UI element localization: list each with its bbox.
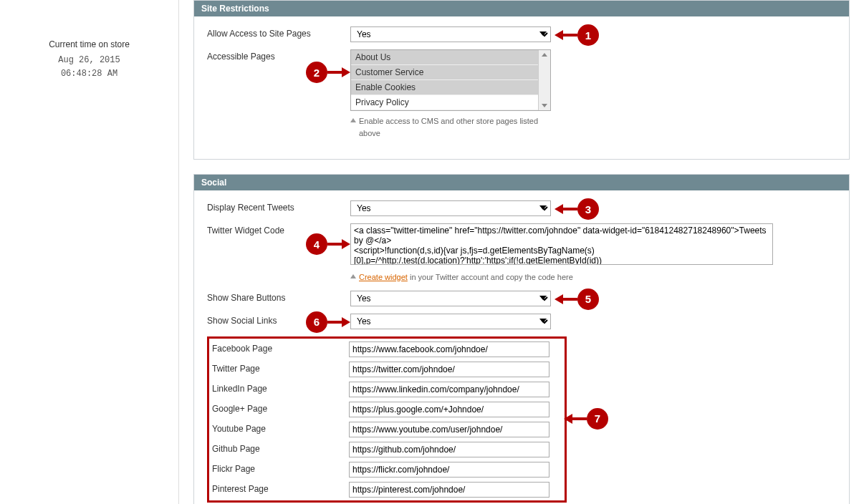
panel-social: Social Display Recent Tweets Yes 3 bbox=[193, 174, 850, 504]
label-twitter-code: Twitter Widget Code bbox=[207, 223, 350, 236]
input-flickr-page[interactable] bbox=[349, 462, 549, 478]
input-pinterest-page[interactable] bbox=[349, 482, 549, 498]
select-share-buttons[interactable]: Yes bbox=[350, 291, 551, 306]
label-share-buttons: Show Share Buttons bbox=[207, 291, 350, 303]
label-googleplus-page: Google+ Page bbox=[212, 402, 349, 414]
input-twitter-page[interactable] bbox=[349, 362, 549, 377]
label-allow-access: Allow Access to Site Pages bbox=[207, 26, 350, 39]
label-github-page: Github Page bbox=[212, 442, 349, 454]
label-display-tweets: Display Recent Tweets bbox=[207, 200, 350, 213]
store-time-clock: 06:48:28 AM bbox=[0, 67, 178, 81]
panel-site-restrictions: Site Restrictions Allow Access to Site P… bbox=[193, 0, 850, 160]
store-time-date: Aug 26, 2015 bbox=[0, 54, 178, 67]
label-twitter-page: Twitter Page bbox=[212, 362, 349, 374]
main-content: Site Restrictions Allow Access to Site P… bbox=[179, 0, 864, 504]
list-item[interactable]: Enable Cookies bbox=[351, 80, 550, 95]
label-accessible-pages: Accessible Pages bbox=[207, 49, 350, 62]
list-item[interactable]: About Us bbox=[351, 50, 550, 65]
annotation-badge: 4 bbox=[306, 233, 327, 255]
arrow-up-icon bbox=[542, 53, 547, 57]
input-facebook-page[interactable] bbox=[349, 341, 549, 357]
label-flickr-page: Flickr Page bbox=[212, 462, 349, 474]
select-display-tweets[interactable]: Yes bbox=[350, 200, 551, 216]
panel-header-site-restrictions[interactable]: Site Restrictions bbox=[194, 1, 849, 16]
panel-header-social[interactable]: Social bbox=[194, 175, 849, 190]
link-create-widget[interactable]: Create widget bbox=[359, 273, 408, 281]
input-linkedin-page[interactable] bbox=[349, 382, 549, 397]
arrow-down-icon bbox=[542, 104, 547, 107]
listbox-accessible-pages[interactable]: About Us Customer Service Enable Cookies… bbox=[350, 49, 551, 111]
hint-twitter-code: Create widget in your Twitter account an… bbox=[350, 271, 773, 284]
label-linkedin-page: LinkedIn Page bbox=[212, 382, 349, 394]
label-pinterest-page: Pinterest Page bbox=[212, 482, 349, 494]
label-social-links: Show Social Links bbox=[207, 314, 350, 326]
label-youtube-page: Youtube Page bbox=[212, 422, 349, 434]
scrollbar[interactable] bbox=[538, 50, 550, 110]
annotation-badge: 3 bbox=[577, 198, 599, 220]
input-github-page[interactable] bbox=[349, 442, 549, 457]
social-links-group: Facebook Page Twitter Page LinkedIn Page… bbox=[207, 336, 567, 503]
input-googleplus-page[interactable] bbox=[349, 402, 549, 417]
list-item[interactable]: Customer Service bbox=[351, 65, 550, 80]
select-social-links[interactable]: Yes bbox=[350, 314, 551, 329]
textarea-twitter-code[interactable]: <a class="twitter-timeline" href="https:… bbox=[350, 223, 773, 265]
annotation-badge: 5 bbox=[577, 289, 599, 310]
annotation-badge: 1 bbox=[577, 24, 599, 46]
store-time-label: Current time on store bbox=[0, 39, 178, 49]
label-facebook-page: Facebook Page bbox=[212, 341, 349, 354]
hint-accessible-pages: Enable access to CMS and other store pag… bbox=[350, 115, 551, 139]
list-item[interactable]: Privacy Policy bbox=[351, 95, 550, 110]
sidebar: Current time on store Aug 26, 2015 06:48… bbox=[0, 0, 179, 504]
annotation-badge: 2 bbox=[306, 62, 327, 83]
select-allow-access[interactable]: Yes bbox=[350, 26, 551, 42]
annotation-badge: 7 bbox=[587, 408, 608, 430]
input-youtube-page[interactable] bbox=[349, 422, 549, 437]
